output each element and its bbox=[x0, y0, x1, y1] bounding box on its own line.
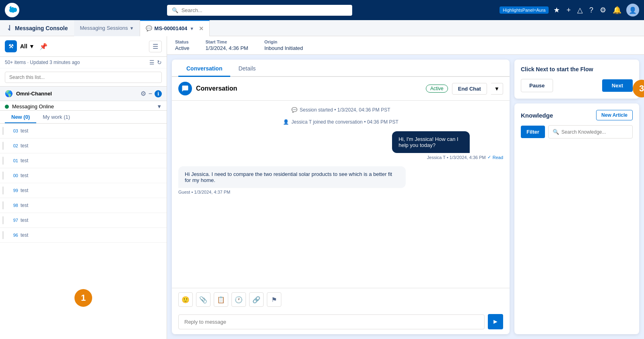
conversation-panel: Conversation Details Conversation Active… bbox=[172, 60, 510, 334]
tab-conversation[interactable]: Conversation bbox=[178, 60, 230, 77]
list-item[interactable]: 96 test bbox=[0, 228, 167, 243]
flag-button[interactable]: ⚑ bbox=[267, 292, 281, 307]
tab-bar: ⇃ Messaging Console Messaging Sessions ▼… bbox=[0, 20, 644, 36]
help-icon[interactable]: ? bbox=[588, 4, 595, 16]
step-badge-1: 1 bbox=[74, 289, 92, 307]
sidebar-meta: 50+ items · Updated 3 minutes ago ☰ ↻ bbox=[0, 57, 167, 68]
star-icon[interactable]: ★ bbox=[552, 4, 561, 16]
top-nav: 🔍 HighlightsPanel=Aura ★ + △ ? ⚙ 🔔 👤 bbox=[0, 0, 644, 20]
knowledge-search-row: Filter 🔍 bbox=[521, 125, 633, 138]
sidebar-meta-right: ☰ ↻ bbox=[149, 59, 162, 66]
pin-icon[interactable]: 📌 bbox=[39, 43, 47, 50]
ms-tab-close-icon[interactable]: ✕ bbox=[199, 25, 204, 32]
sidebar-header: ⚒ All ▼ 📌 ☰ bbox=[0, 36, 167, 57]
conversation-toolbar: 🙂 📎 📋 🕐 🔗 ⚑ bbox=[172, 288, 510, 311]
flow-instruction: Click Next to start the Flow bbox=[521, 66, 633, 72]
channel-gear-icon[interactable]: ⚙ bbox=[140, 90, 146, 97]
session-started-message: 💬 Session started • 1/3/2024, 04:36 PM P… bbox=[178, 107, 503, 113]
content-area: Status Active Start Time 1/3/2024, 4:36 … bbox=[167, 36, 644, 339]
emoji-button[interactable]: 🙂 bbox=[178, 292, 193, 307]
record-field-origin: Origin Inbound Initiated bbox=[264, 39, 303, 51]
tab-messaging-sessions[interactable]: Messaging Sessions ▼ bbox=[74, 20, 140, 36]
knowledge-search-input[interactable] bbox=[561, 129, 628, 135]
session-icon: 💬 bbox=[291, 107, 297, 113]
channel-minimize-icon[interactable]: − bbox=[149, 90, 152, 97]
link-button[interactable]: 🔗 bbox=[249, 292, 264, 307]
reply-input[interactable] bbox=[178, 314, 485, 329]
snooze-button[interactable]: 🕐 bbox=[231, 292, 246, 307]
sidebar-search-input[interactable] bbox=[5, 72, 162, 83]
highlights-panel-badge[interactable]: HighlightsPanel=Aura bbox=[500, 6, 549, 14]
all-dropdown-arrow: ▼ bbox=[29, 43, 35, 50]
tab-ms-00001404[interactable]: 💬 MS-00001404 ▼ ✕ bbox=[140, 20, 210, 36]
refresh-icon[interactable]: ↻ bbox=[157, 59, 162, 66]
conv-header-icon bbox=[178, 82, 192, 95]
list-item[interactable]: 98 test bbox=[0, 198, 167, 213]
sidebar-search-area bbox=[0, 68, 167, 87]
sidebar: ⚒ All ▼ 📌 ☰ 50+ items · Updated 3 minute… bbox=[0, 36, 167, 339]
tab-details[interactable]: Details bbox=[230, 60, 264, 77]
sidebar-filter-button[interactable]: ☰ bbox=[149, 41, 162, 52]
bell-update-icon[interactable]: △ bbox=[576, 4, 584, 16]
search-icon: 🔍 bbox=[172, 7, 178, 13]
list-item[interactable]: 01 test bbox=[0, 153, 167, 168]
agent-message-meta: Jessica T • 1/3/2024, 4:36 PM ✓ Read bbox=[392, 155, 503, 160]
sessions-dropdown-icon[interactable]: ▼ bbox=[130, 26, 134, 31]
knowledge-search-box[interactable]: 🔍 bbox=[548, 125, 633, 138]
all-dropdown[interactable]: All ▼ bbox=[20, 43, 35, 50]
read-icon: ✓ bbox=[487, 155, 491, 160]
online-status-row: Messaging Online ▼ bbox=[0, 101, 167, 111]
record-header: Status Active Start Time 1/3/2024, 4:36 … bbox=[167, 36, 644, 55]
attachment-button[interactable]: 📎 bbox=[196, 292, 211, 307]
join-icon: 👤 bbox=[283, 119, 289, 125]
global-search-bar[interactable]: 🔍 bbox=[167, 5, 352, 16]
knowledge-filter-button[interactable]: Filter bbox=[521, 126, 545, 138]
join-message: 👤 Jessica T joined the conversation • 04… bbox=[178, 119, 503, 125]
knowledge-title: Knowledge bbox=[521, 112, 553, 119]
tab-group: Messaging Sessions ▼ 💬 MS-00001404 ▼ ✕ bbox=[74, 20, 210, 36]
send-button[interactable]: ► bbox=[488, 314, 503, 329]
list-item[interactable]: 99 test bbox=[0, 183, 167, 198]
salesforce-logo bbox=[5, 3, 19, 17]
online-dot bbox=[5, 105, 9, 109]
agent-message: Hi, I'm Jessica! How can I help you toda… bbox=[178, 131, 503, 160]
nav-right: HighlightsPanel=Aura ★ + △ ? ⚙ 🔔 👤 bbox=[500, 4, 639, 17]
list-item[interactable]: 03 test bbox=[0, 124, 167, 138]
list-item[interactable]: 97 test bbox=[0, 213, 167, 228]
main-layout: ⚒ All ▼ 📌 ☰ 50+ items · Updated 3 minute… bbox=[0, 36, 644, 339]
knowledge-card: Knowledge New Article Filter 🔍 bbox=[514, 103, 639, 334]
record-field-start-time: Start Time 1/3/2024, 4:36 PM bbox=[205, 39, 248, 51]
next-button[interactable]: Next bbox=[602, 79, 633, 92]
settings-icon[interactable]: ⚙ bbox=[598, 4, 608, 16]
right-panel: Click Next to start the Flow Pause Next … bbox=[514, 60, 639, 334]
channel-info-icon[interactable]: ℹ bbox=[155, 90, 162, 97]
search-input[interactable] bbox=[182, 7, 347, 13]
quick-text-button[interactable]: 📋 bbox=[214, 292, 228, 307]
end-chat-dropdown-button[interactable]: ▼ bbox=[491, 83, 503, 95]
app-title: ⇃ Messaging Console bbox=[6, 24, 68, 33]
guest-bubble: Hi Jessica. I need to compare the two re… bbox=[178, 166, 406, 188]
conversation-title: Conversation bbox=[196, 85, 422, 92]
list-item[interactable]: 02 test bbox=[0, 138, 167, 153]
ms-tab-dropdown-icon[interactable]: ▼ bbox=[190, 26, 194, 31]
new-article-button[interactable]: New Article bbox=[596, 110, 633, 120]
conversation-header: Conversation Active End Chat ▼ bbox=[172, 77, 510, 101]
user-avatar[interactable]: 👤 bbox=[626, 4, 639, 17]
active-status-badge: Active bbox=[426, 85, 448, 93]
record-field-status: Status Active bbox=[175, 39, 189, 51]
content-columns: Conversation Details Conversation Active… bbox=[167, 55, 644, 339]
add-icon[interactable]: + bbox=[565, 4, 572, 16]
end-chat-button[interactable]: End Chat bbox=[452, 83, 487, 95]
tab-new-work[interactable]: New (0) bbox=[5, 111, 36, 123]
notification-icon[interactable]: 🔔 bbox=[611, 4, 623, 16]
knowledge-search-icon: 🔍 bbox=[553, 129, 559, 135]
channel-settings: ⚙ − ℹ bbox=[140, 90, 162, 97]
channel-icon: 🌎 bbox=[5, 90, 13, 97]
guest-message-meta: Guest • 1/3/2024, 4:37 PM bbox=[178, 190, 406, 194]
tab-my-work[interactable]: My work (1) bbox=[36, 111, 76, 123]
guest-message-container: Hi Jessica. I need to compare the two re… bbox=[178, 166, 503, 194]
pause-button[interactable]: Pause bbox=[521, 79, 553, 92]
online-dropdown-icon[interactable]: ▼ bbox=[157, 103, 162, 110]
list-view-icon[interactable]: ☰ bbox=[149, 59, 155, 66]
list-item[interactable]: 00 test bbox=[0, 168, 167, 183]
